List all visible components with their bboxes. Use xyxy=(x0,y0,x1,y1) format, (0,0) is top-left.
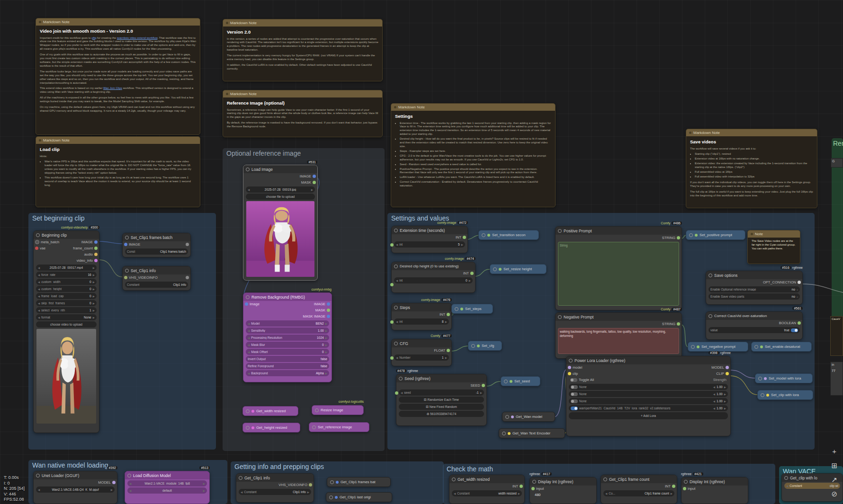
widget-refine-foreground[interactable]: Refine Foregroundfalse xyxy=(246,363,329,369)
collapse-icon[interactable] xyxy=(125,269,129,273)
node-load-diffusion-model[interactable]: Load Diffusion Model ◀Wan2.1-VACE_module… xyxy=(125,471,210,504)
boolean-toggle[interactable] xyxy=(791,328,798,332)
constant-widget[interactable]: ◀ConstantClip1 info▶ xyxy=(239,489,311,495)
input-slot-float[interactable] xyxy=(390,356,394,360)
note-collapse-icon[interactable] xyxy=(39,21,41,23)
lora-row[interactable]: None◀1.00▶ xyxy=(569,384,728,390)
node-set-clip1-frames-batch[interactable]: Set_Clip1 frames batch IMAGE ConstClip1 … xyxy=(122,233,191,257)
note-header[interactable]: Markdown Note xyxy=(36,18,200,26)
output-slot-mask[interactable] xyxy=(313,181,316,184)
lora-toggle[interactable] xyxy=(571,399,578,403)
node-unet-loader-gguf[interactable]: Unet Loader (GGUF) MODEL ◀Wan2.1-VACE-14… xyxy=(33,471,117,504)
output-slot-mask[interactable] xyxy=(327,309,330,312)
collapse-icon[interactable] xyxy=(455,307,458,311)
node-steps[interactable]: Steps INT ◀int8▶ xyxy=(391,303,452,330)
node-seed[interactable]: Seed (rgthree) SEED ◀seed-1▶ ⚄ Randomize… xyxy=(396,374,487,426)
widget-skip-first-frames[interactable]: ◀skip_first_frames0▶ xyxy=(36,300,97,306)
node-header[interactable]: Get_width resized xyxy=(449,475,524,483)
input-slot-model[interactable] xyxy=(568,366,571,369)
seed-widget[interactable]: ◀seed-1▶ xyxy=(399,389,484,396)
node-get-height-resized-ref[interactable]: Get_height resized xyxy=(242,423,300,433)
node-header[interactable]: Save options xyxy=(706,271,802,279)
widget-select-every-nth[interactable]: ◀select_every_nth1▶ xyxy=(36,307,97,313)
node-correct-causvid-oversaturation[interactable]: Correct CausVid over-saturation BOOLEAN … xyxy=(706,311,803,340)
node-header[interactable]: Load Diffusion Model xyxy=(125,471,209,479)
node-header[interactable]: Set_Clip1 frames batch xyxy=(123,233,190,241)
node-power-lora-loader[interactable]: Power Lora Loader (rgthree) modelMODEL c… xyxy=(566,356,731,436)
randomize-each-time-button[interactable]: ⚄ Randomize Each Time xyxy=(399,397,484,403)
collapse-icon[interactable] xyxy=(708,314,712,318)
collapse-icon[interactable] xyxy=(784,476,788,480)
constant-widget[interactable]: ConstClip1 frames batch xyxy=(125,248,188,255)
input-slot-image[interactable] xyxy=(245,302,248,306)
output-slot-int[interactable] xyxy=(463,236,466,239)
collapse-icon[interactable] xyxy=(329,495,333,499)
input-slot-vae[interactable] xyxy=(35,247,38,250)
node-header[interactable]: Display Int (rgthree) xyxy=(530,477,596,486)
node-header[interactable]: Load Image xyxy=(243,165,317,173)
collapse-icon[interactable] xyxy=(315,408,319,412)
node-set-positive-prompt[interactable]: Set_positive prompt xyxy=(686,230,745,240)
node-get-wan-model[interactable]: Get_Wan model xyxy=(502,412,555,422)
node-resize-image[interactable]: Resize Image xyxy=(312,405,364,415)
collapse-icon[interactable] xyxy=(754,345,758,349)
widget-frame-load-cap[interactable]: ◀frame_load_cap0▶ xyxy=(36,293,97,299)
widget-force-rate[interactable]: ◀force_rate16▶ xyxy=(36,272,97,278)
int-widget[interactable]: ◀int8▶ xyxy=(394,318,449,325)
input-slot-meta-batch[interactable] xyxy=(35,240,39,244)
diffusion-file-combo[interactable]: ◀Wan2.1-VACE_module_14B_fp8▶ xyxy=(127,480,207,486)
collapse-icon[interactable] xyxy=(36,233,40,237)
node-set-reference-image[interactable]: Set_reference image xyxy=(309,422,369,432)
node-header[interactable]: Set_Clip1 info xyxy=(123,266,190,274)
unet-file-combo[interactable]: ◀Wan2.1-VACE-14B-Q4_K_M.gguf▶ xyxy=(36,486,115,493)
collapse-icon[interactable] xyxy=(394,265,398,268)
positive-prompt-textarea[interactable]: String xyxy=(558,242,679,306)
zoom-add-button[interactable]: + xyxy=(832,448,836,455)
node-save-options[interactable]: Save options OPT_CONNECTION Enable Optio… xyxy=(706,271,803,305)
input-slot-clip[interactable] xyxy=(568,372,571,375)
output-slot-int[interactable] xyxy=(672,485,675,488)
node-header[interactable]: CFG xyxy=(392,339,451,347)
note-collapse-icon[interactable] xyxy=(39,139,41,141)
node-header[interactable]: Positive Prompt xyxy=(556,227,682,235)
boolean-value-widget[interactable]: valuetrue xyxy=(708,327,800,333)
weight-dtype-combo[interactable]: ◀default▶ xyxy=(127,487,207,494)
group-title[interactable]: Getting info and prepping clips xyxy=(231,461,444,472)
node-header[interactable]: Remove Background (RMBG) xyxy=(243,293,332,301)
collapse-icon[interactable] xyxy=(330,480,334,484)
image-file-combo[interactable]: ◀2025-07-28_00019.jpg▶ xyxy=(246,186,315,193)
collapse-icon[interactable] xyxy=(482,233,485,237)
pointer-mode-button[interactable]: ↗ xyxy=(831,476,837,483)
note-header[interactable]: Markdown Note xyxy=(223,19,382,27)
group-title[interactable]: Ren xyxy=(832,138,843,149)
node-get-width-resized-ref[interactable]: Get_width resized xyxy=(242,406,298,416)
constant-widget[interactable]: ◀Constantwidth resized▶ xyxy=(452,490,522,496)
last-seed-button[interactable]: ♻ 561093389474174 xyxy=(399,411,484,417)
collapse-icon[interactable] xyxy=(36,474,40,477)
input-slot-image[interactable] xyxy=(124,243,127,246)
collapse-icon[interactable] xyxy=(758,377,762,380)
toggle-links-button[interactable]: ⊘ xyxy=(831,490,837,497)
fast-toggle-icon[interactable]: » xyxy=(797,288,798,291)
node-set-cfg[interactable]: Set_cfg xyxy=(468,341,502,351)
input-slot-videoinfo[interactable] xyxy=(124,276,127,279)
output-slot[interactable] xyxy=(186,243,189,246)
widget-custom-width[interactable]: ◀custom_width0▶ xyxy=(36,279,97,285)
negative-prompt-textarea[interactable]: walking backwards, long fingernails, tat… xyxy=(558,328,679,354)
group-title[interactable]: Set beginning clip xyxy=(28,213,216,223)
add-lora-button[interactable]: + Add Lora xyxy=(569,412,728,419)
note-collapse-icon[interactable] xyxy=(751,233,753,235)
input-slot-seed[interactable] xyxy=(395,391,398,395)
node-extension-time[interactable]: Extension time (seconds) INT ◀int5▶ xyxy=(391,226,468,253)
toggle-save-video-parts[interactable]: Enable Save video partsno» xyxy=(708,293,800,300)
note-header[interactable]: Note xyxy=(748,230,800,238)
note-collapse-icon[interactable] xyxy=(226,22,228,24)
node-header[interactable]: Get_Clip1 frame count xyxy=(601,475,677,483)
comfyui-canvas[interactable]: Set beginning clip Optional reference im… xyxy=(0,0,843,504)
node-header[interactable]: Extension time (seconds) xyxy=(392,226,467,234)
collapse-icon[interactable] xyxy=(691,345,695,349)
edge-node-partial2[interactable]: in 77 xyxy=(830,362,843,396)
node-get-clip1-frames-batch[interactable]: Get_Clip1 frames bat xyxy=(327,477,391,487)
collapse-icon[interactable] xyxy=(246,409,250,413)
lora-toggle[interactable] xyxy=(571,385,578,389)
